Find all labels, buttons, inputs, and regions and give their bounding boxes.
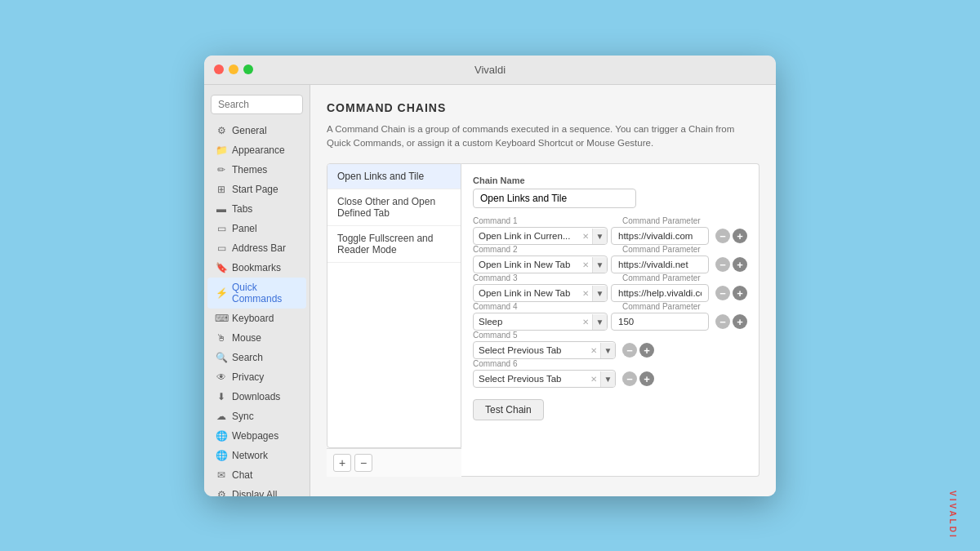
mouse-icon: 🖱 <box>216 332 227 344</box>
command-select-wrapper-3: Open Link in New Tab✕▼ <box>473 284 608 302</box>
command-select-wrapper-6: Select Previous Tab✕▼ <box>473 370 616 388</box>
command-select-clear-6[interactable]: ✕ <box>587 372 600 385</box>
sidebar-item-start-page[interactable]: ⊞Start Page <box>207 180 306 199</box>
command-select-arrow-4[interactable]: ▼ <box>592 314 607 330</box>
webpages-icon: 🌐 <box>216 430 227 442</box>
command-select-arrow-5[interactable]: ▼ <box>600 343 615 358</box>
description: A Command Chain is a group of commands e… <box>327 122 760 151</box>
command-row-3: Command 3Command ParameterOpen Link in N… <box>473 273 747 302</box>
sidebar-search-input[interactable] <box>211 95 303 114</box>
command-row-1: Command 1Command ParameterOpen Link in C… <box>473 216 747 245</box>
command-label-6: Command 6 <box>473 359 616 368</box>
param-label-5 <box>622 331 720 340</box>
param-input-2[interactable] <box>611 256 709 273</box>
remove-chain-button[interactable]: − <box>354 454 372 472</box>
command-select-arrow-6[interactable]: ▼ <box>600 371 615 387</box>
sidebar-item-webpages[interactable]: 🌐Webpages <box>207 426 306 446</box>
command-select-1[interactable]: Open Link in Curren... <box>474 228 579 244</box>
privacy-icon: 👁 <box>216 371 227 383</box>
content-area: ⚙General📁Appearance✏Themes⊞Start Page▬Ta… <box>204 85 776 496</box>
close-button[interactable] <box>214 64 224 74</box>
param-label-4: Command Parameter <box>622 302 720 311</box>
sidebar-item-panel[interactable]: ▭Panel <box>207 219 306 238</box>
command-select-3[interactable]: Open Link in New Tab <box>474 285 579 301</box>
chain-item-3[interactable]: Toggle Fullscreen and Reader Mode <box>327 226 461 263</box>
appearance-icon: 📁 <box>216 144 227 156</box>
add-chain-button[interactable]: + <box>333 454 351 472</box>
chain-item-2[interactable]: Close Other and Open Defined Tab <box>327 189 461 226</box>
command-select-2[interactable]: Open Link in New Tab <box>474 256 579 273</box>
sidebar-item-privacy[interactable]: 👁Privacy <box>207 367 306 387</box>
command-remove-btn-3[interactable]: − <box>715 286 730 300</box>
themes-icon: ✏ <box>216 164 227 176</box>
command-add-btn-6[interactable]: + <box>639 371 654 386</box>
sidebar-item-label-themes: Themes <box>232 164 267 176</box>
sidebar-item-label-tabs: Tabs <box>232 203 252 215</box>
sidebar-item-general[interactable]: ⚙General <box>207 121 306 140</box>
sidebar-item-downloads[interactable]: ⬇Downloads <box>207 387 306 407</box>
command-remove-btn-6[interactable]: − <box>622 371 637 386</box>
param-input-4[interactable] <box>611 313 709 331</box>
command-add-btn-4[interactable]: + <box>733 314 747 329</box>
test-chain-button[interactable]: Test Chain <box>473 399 544 420</box>
command-label-3: Command 3 <box>473 273 616 282</box>
command-select-arrow-1[interactable]: ▼ <box>592 229 607 244</box>
command-select-6[interactable]: Select Previous Tab <box>474 371 587 387</box>
sidebar-item-quick-commands[interactable]: ⚡Quick Commands <box>207 278 306 309</box>
sidebar-item-label-keyboard: Keyboard <box>232 313 274 324</box>
minimize-button[interactable] <box>229 64 238 74</box>
sidebar-item-mouse[interactable]: 🖱Mouse <box>207 328 306 348</box>
command-label-5: Command 5 <box>473 331 616 340</box>
sidebar-item-chat[interactable]: ✉Chat <box>207 465 306 485</box>
command-select-wrapper-2: Open Link in New Tab✕▼ <box>473 256 608 273</box>
general-icon: ⚙ <box>216 125 227 136</box>
param-label-6 <box>622 359 720 368</box>
sidebar: ⚙General📁Appearance✏Themes⊞Start Page▬Ta… <box>204 85 310 496</box>
sidebar-item-themes[interactable]: ✏Themes <box>207 160 306 180</box>
commands-container: Command 1Command ParameterOpen Link in C… <box>473 216 747 388</box>
sidebar-item-sync[interactable]: ☁Sync <box>207 407 306 426</box>
command-select-arrow-2[interactable]: ▼ <box>592 257 607 273</box>
sidebar-item-tabs[interactable]: ▬Tabs <box>207 199 306 219</box>
param-input-3[interactable] <box>611 284 709 302</box>
sidebar-item-address-bar[interactable]: ▭Address Bar <box>207 238 306 258</box>
command-add-btn-1[interactable]: + <box>733 229 747 243</box>
command-remove-btn-4[interactable]: − <box>715 314 730 329</box>
address-bar-icon: ▭ <box>216 242 227 254</box>
sidebar-item-label-network: Network <box>232 450 268 461</box>
sidebar-item-label-general: General <box>232 125 267 136</box>
sidebar-item-appearance[interactable]: 📁Appearance <box>207 140 306 160</box>
command-select-4[interactable]: Sleep <box>474 313 579 330</box>
command-select-clear-1[interactable]: ✕ <box>579 229 592 242</box>
command-remove-btn-5[interactable]: − <box>622 343 637 358</box>
maximize-button[interactable] <box>243 64 253 74</box>
sidebar-item-label-quick-commands: Quick Commands <box>232 282 298 304</box>
command-select-clear-3[interactable]: ✕ <box>579 287 592 300</box>
command-remove-btn-1[interactable]: − <box>715 229 730 243</box>
param-input-1[interactable] <box>611 227 709 245</box>
command-add-btn-5[interactable]: + <box>639 343 654 358</box>
command-select-clear-2[interactable]: ✕ <box>579 258 592 271</box>
sidebar-item-display-all[interactable]: ⚙Display All <box>207 485 306 496</box>
sidebar-item-keyboard[interactable]: ⌨Keyboard <box>207 309 306 328</box>
command-select-arrow-3[interactable]: ▼ <box>592 286 607 301</box>
param-label-1: Command Parameter <box>622 216 720 225</box>
command-select-clear-5[interactable]: ✕ <box>587 344 600 357</box>
command-select-5[interactable]: Select Previous Tab <box>474 342 587 358</box>
sidebar-item-bookmarks[interactable]: 🔖Bookmarks <box>207 258 306 278</box>
sidebar-item-network[interactable]: 🌐Network <box>207 446 306 465</box>
sidebar-item-label-privacy: Privacy <box>232 371 264 383</box>
command-add-btn-2[interactable]: + <box>733 257 747 272</box>
sidebar-item-label-sync: Sync <box>232 411 254 422</box>
command-remove-btn-2[interactable]: − <box>715 257 730 272</box>
chain-name-label: Chain Name <box>473 176 747 185</box>
chat-icon: ✉ <box>216 469 227 481</box>
command-select-clear-4[interactable]: ✕ <box>579 315 592 328</box>
command-select-wrapper-1: Open Link in Curren...✕▼ <box>473 227 608 245</box>
command-select-wrapper-5: Select Previous Tab✕▼ <box>473 341 616 359</box>
command-add-btn-3[interactable]: + <box>733 286 747 300</box>
chain-name-input[interactable] <box>473 189 636 208</box>
sidebar-item-search[interactable]: 🔍Search <box>207 348 306 367</box>
chain-item-1[interactable]: Open Links and Tile <box>327 164 461 189</box>
command-label-4: Command 4 <box>473 302 616 311</box>
